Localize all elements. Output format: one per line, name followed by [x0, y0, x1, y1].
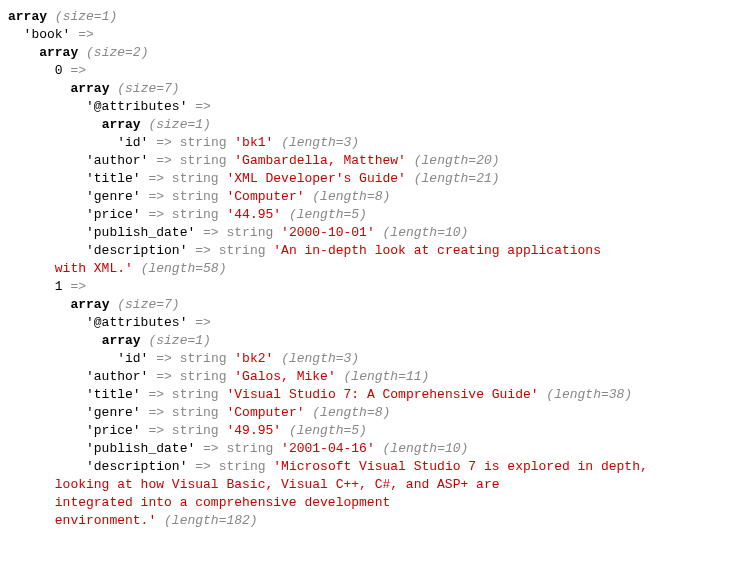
var-dump-output: array (size=1) 'book' => array (size=2) … [8, 8, 746, 530]
